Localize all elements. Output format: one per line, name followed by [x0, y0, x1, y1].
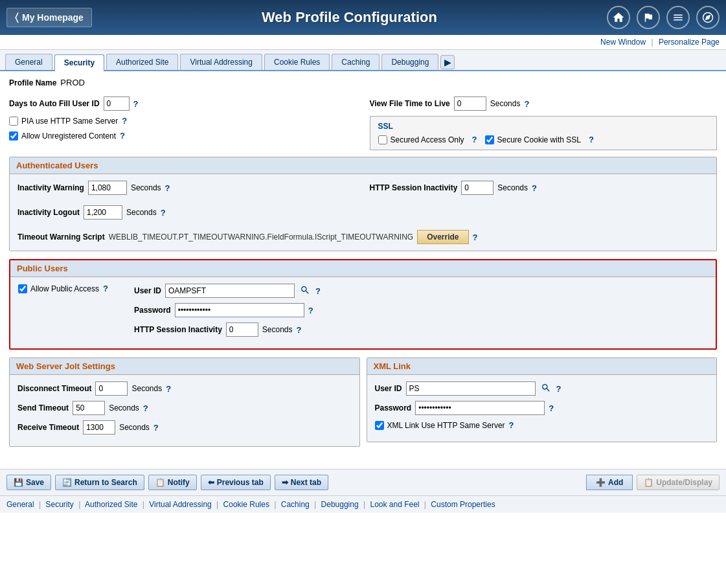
- public-user-id-help-icon[interactable]: ?: [315, 286, 321, 296]
- save-icon: 💾: [14, 478, 23, 487]
- top-form-right: View File Time to Live Seconds ? SSL Sec…: [370, 96, 718, 150]
- save-button[interactable]: 💾 Save: [6, 475, 51, 490]
- xml-link-body: User ID ? Password ?: [367, 375, 717, 442]
- notify-button[interactable]: 📋 Notify: [148, 475, 197, 490]
- bottom-link-general[interactable]: General: [6, 500, 34, 509]
- public-user-id-label: User ID: [134, 286, 161, 295]
- allow-public-checkbox[interactable]: [18, 284, 27, 293]
- public-http-session-unit: Seconds: [262, 325, 293, 334]
- pia-help-icon[interactable]: ?: [122, 116, 127, 126]
- timeout-warning-label: Timeout Warning Script: [17, 232, 105, 242]
- timeout-warning-row: Timeout Warning Script WEBLIB_TIMEOUT.PT…: [17, 230, 709, 244]
- bottom-link-custom-properties[interactable]: Custom Properties: [431, 500, 495, 509]
- new-window-link[interactable]: New Window: [600, 38, 646, 47]
- inactivity-warning-help-icon[interactable]: ?: [165, 183, 170, 193]
- tab-authorized-site[interactable]: Authorized Site: [106, 54, 178, 70]
- xml-user-id-input[interactable]: [406, 381, 536, 396]
- tabs-bar: General Security Authorized Site Virtual…: [0, 50, 726, 71]
- override-button[interactable]: Override: [417, 230, 468, 244]
- ssl-box: SSL Secured Access Only ? Secure Cookie …: [370, 116, 718, 150]
- allow-unregistered-checkbox[interactable]: [9, 131, 18, 141]
- footer-right: ➕ Add 📋 Update/Display: [586, 475, 720, 490]
- days-help-icon[interactable]: ?: [133, 99, 139, 109]
- public-password-input[interactable]: [175, 303, 304, 317]
- update-icon: 📋: [644, 478, 653, 487]
- xml-user-id-help-icon[interactable]: ?: [556, 384, 562, 394]
- xml-http-same-server-label: XML Link Use HTTP Same Server: [375, 421, 505, 430]
- bottom-link-cookie-rules[interactable]: Cookie Rules: [223, 500, 269, 509]
- http-session-help-icon[interactable]: ?: [532, 183, 537, 193]
- personalize-link[interactable]: Personalize Page: [659, 38, 720, 47]
- public-users-body: Allow Public Access ? User ID ?: [10, 277, 716, 348]
- secured-help-icon[interactable]: ?: [472, 135, 477, 144]
- send-input[interactable]: [73, 401, 105, 415]
- inactivity-warning-input[interactable]: [88, 181, 127, 195]
- send-timeout-row: Send Timeout Seconds ?: [17, 401, 352, 415]
- public-right: User ID ? Password ? HTTP Session Inacti…: [134, 284, 708, 342]
- bottom-link-security[interactable]: Security: [46, 500, 74, 509]
- tab-general[interactable]: General: [5, 54, 52, 70]
- timeout-help-icon[interactable]: ?: [473, 232, 478, 242]
- inactivity-logout-help-icon[interactable]: ?: [161, 208, 166, 218]
- tab-debugging[interactable]: Debugging: [381, 54, 438, 70]
- menu-icon-btn[interactable]: [666, 6, 690, 29]
- home-icon-btn[interactable]: [607, 6, 630, 29]
- allow-unregistered-help-icon[interactable]: ?: [120, 131, 125, 141]
- update-display-button[interactable]: 📋 Update/Display: [637, 475, 720, 490]
- return-to-search-button[interactable]: 🔄 Return to Search: [55, 475, 144, 490]
- send-unit: Seconds: [109, 403, 139, 413]
- secure-cookie-help-icon[interactable]: ?: [589, 135, 594, 144]
- add-button[interactable]: ➕ Add: [586, 475, 633, 490]
- next-tab-button[interactable]: ➡ Next tab: [275, 475, 328, 490]
- public-http-session-label: HTTP Session Inactivity: [134, 325, 222, 334]
- send-help-icon[interactable]: ?: [143, 403, 148, 413]
- view-file-input[interactable]: [454, 96, 486, 111]
- receive-input[interactable]: [83, 420, 115, 435]
- home-button[interactable]: 〈 My Homepage: [6, 8, 92, 27]
- tab-security[interactable]: Security: [54, 54, 104, 71]
- xml-password-input[interactable]: [415, 401, 545, 415]
- xml-link-box: XML Link User ID ? Password ?: [367, 357, 718, 442]
- pia-checkbox[interactable]: [9, 117, 18, 126]
- bottom-link-caching[interactable]: Caching: [281, 500, 310, 509]
- days-auto-fill-input[interactable]: [104, 96, 130, 111]
- xml-password-help-icon[interactable]: ?: [549, 403, 554, 413]
- bottom-link-authorized-site[interactable]: Authorized Site: [85, 500, 137, 509]
- public-http-session-input[interactable]: [226, 322, 258, 337]
- tab-cookie-rules[interactable]: Cookie Rules: [264, 54, 330, 70]
- tabs-more-button[interactable]: ▶: [440, 55, 455, 69]
- public-user-id-search-btn[interactable]: [299, 285, 312, 297]
- http-session-inactivity-input[interactable]: [461, 181, 493, 195]
- bottom-link-look-and-feel[interactable]: Look and Feel: [370, 500, 419, 509]
- bottom-link-virtual-addressing[interactable]: Virtual Addressing: [149, 500, 212, 509]
- bottom-two-col: Web Server Jolt Settings Disconnect Time…: [9, 357, 717, 455]
- inactivity-logout-input[interactable]: [84, 205, 122, 220]
- tab-caching[interactable]: Caching: [332, 54, 380, 70]
- view-file-help-icon[interactable]: ?: [524, 99, 529, 109]
- secured-access-checkbox[interactable]: [378, 135, 387, 144]
- notify-icon: 📋: [155, 478, 165, 487]
- xml-http-same-server-checkbox[interactable]: [375, 421, 384, 430]
- bottom-links: General | Security | Authorized Site | V…: [0, 495, 726, 513]
- tab-virtual-addressing[interactable]: Virtual Addressing: [180, 54, 262, 70]
- public-user-id-input[interactable]: [165, 284, 295, 298]
- top-form-left: Days to Auto Fill User ID ? PIA use HTTP…: [9, 96, 357, 150]
- allow-public-help-icon[interactable]: ?: [103, 284, 108, 293]
- public-password-row: Password ?: [134, 303, 708, 317]
- disconnect-help-icon[interactable]: ?: [166, 384, 171, 394]
- xml-user-id-search-btn[interactable]: [539, 383, 552, 395]
- allow-unregistered-label-text: Allow Unregistered Content: [21, 131, 116, 141]
- bottom-link-debugging[interactable]: Debugging: [321, 500, 359, 509]
- previous-tab-button[interactable]: ⬅ Previous tab: [201, 475, 271, 490]
- flag-icon-btn[interactable]: [637, 6, 660, 29]
- secure-cookie-checkbox[interactable]: [485, 135, 494, 144]
- add-icon: ➕: [596, 478, 606, 487]
- compass-icon-btn[interactable]: [696, 6, 720, 29]
- public-http-session-help-icon[interactable]: ?: [297, 325, 302, 335]
- xml-http-same-server-help-icon[interactable]: ?: [509, 420, 514, 430]
- public-password-help-icon[interactable]: ?: [308, 306, 313, 315]
- public-left: Allow Public Access ?: [18, 284, 108, 299]
- receive-unit: Seconds: [119, 423, 150, 432]
- receive-help-icon[interactable]: ?: [153, 423, 159, 433]
- disconnect-input[interactable]: [95, 381, 128, 396]
